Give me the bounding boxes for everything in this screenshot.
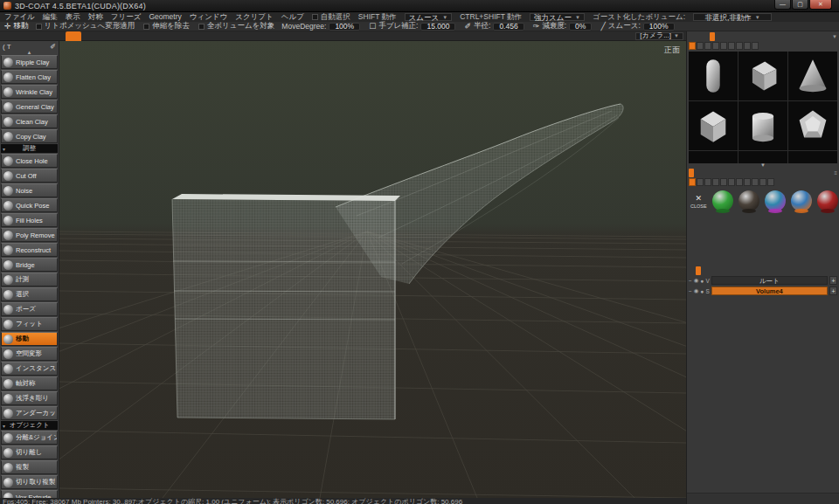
layer-name[interactable]: ルート <box>711 276 828 285</box>
option-checkbox[interactable]: 伸縮を除去 <box>143 21 190 31</box>
voxel-tree-row[interactable]: − ◉ ● S Volume4 + <box>689 286 837 296</box>
add-icon[interactable]: + <box>829 276 837 285</box>
material-category-chip[interactable] <box>712 178 719 186</box>
model-dodecahedron[interactable] <box>788 101 837 150</box>
menu-icon[interactable]: ≡ <box>834 170 837 176</box>
workspace-tab[interactable] <box>18 31 34 41</box>
material-category-chip[interactable] <box>697 178 704 186</box>
option-field[interactable]: ☐ 手ブレ補正: 15.000 <box>369 21 455 31</box>
tool-item[interactable]: Noise <box>1 183 58 197</box>
tool-item[interactable]: Wrinkle Clay <box>1 85 58 99</box>
model-category-chip[interactable] <box>689 42 696 50</box>
maximize-button[interactable]: ▢ <box>792 0 808 10</box>
tool-item[interactable]: 軸対称 <box>1 376 58 390</box>
workspace-tab[interactable] <box>50 31 66 41</box>
tool-item[interactable]: 調整 <box>1 144 58 153</box>
tool-item[interactable]: Cut Off <box>1 169 58 183</box>
tool-item[interactable]: Clean Clay <box>1 114 58 128</box>
tree-tab[interactable] <box>696 266 701 275</box>
tool-item[interactable]: アンダーカット <box>1 406 58 420</box>
add-icon[interactable]: + <box>829 287 837 295</box>
workspace-tab[interactable] <box>3 31 18 41</box>
material-category-chip[interactable] <box>744 178 751 186</box>
material-category-chip[interactable] <box>752 178 759 186</box>
layer-name[interactable]: Volume4 <box>711 287 828 295</box>
ghost-volumes-dropdown[interactable]: 非選択,非動作▼ <box>693 13 772 21</box>
model-cone[interactable] <box>788 52 837 100</box>
voxel-cube-mesh[interactable] <box>172 194 400 419</box>
material-blue-orange[interactable] <box>791 190 812 211</box>
tool-item[interactable]: Reconstruct <box>1 243 58 257</box>
model-category-chip[interactable] <box>744 42 751 50</box>
tool-item[interactable]: フィット <box>1 317 58 331</box>
minimize-button[interactable]: — <box>774 0 791 10</box>
material-tab[interactable] <box>696 169 701 177</box>
ctrl-shift-action-dropdown[interactable]: 強力スムー▼ <box>530 13 585 21</box>
visibility-icon[interactable]: ◉ <box>694 277 699 284</box>
option-value-box[interactable]: 15.000 <box>420 23 455 31</box>
tool-item[interactable]: 分離&ジョイント <box>1 431 58 445</box>
tool-item[interactable]: 選択 <box>1 287 58 301</box>
palette-tab[interactable] <box>696 32 701 41</box>
collapse-icon[interactable]: − <box>689 288 692 294</box>
tool-item[interactable]: Poly Remove <box>1 228 58 242</box>
viewport-3d[interactable]: 正面 <box>59 41 686 498</box>
tool-item[interactable]: 浅浮き彫り <box>1 391 58 405</box>
option-value-box[interactable]: 0.456 <box>493 23 524 31</box>
tool-item[interactable]: 空間変形 <box>1 347 58 361</box>
tool-item[interactable]: 移動 <box>1 332 58 346</box>
visibility-icon[interactable]: ◉ <box>694 287 699 294</box>
checkbox-icon[interactable] <box>198 24 205 30</box>
tool-item[interactable]: 複製 <box>1 460 58 474</box>
close-material-button[interactable]: ✕ CLOSE <box>690 194 707 209</box>
material-dark[interactable] <box>738 190 759 211</box>
model-cube[interactable] <box>689 101 738 150</box>
model-cylinder[interactable] <box>738 101 787 150</box>
tool-item[interactable]: Close Hole <box>1 154 58 168</box>
palette-tab[interactable] <box>703 32 708 41</box>
tool-item[interactable]: Ripple Clay <box>1 55 58 69</box>
tool-item[interactable]: 計測 <box>1 273 58 287</box>
material-category-chip[interactable] <box>767 178 774 186</box>
model-wedge[interactable] <box>689 151 738 163</box>
workspace-tab[interactable] <box>81 31 97 41</box>
model-category-chip[interactable] <box>728 42 735 50</box>
tree-tab[interactable] <box>689 266 694 275</box>
tool-item[interactable]: 切り離し <box>1 445 58 459</box>
model-dome[interactable] <box>738 151 787 163</box>
model-category-chip[interactable] <box>712 42 719 50</box>
material-category-chip[interactable] <box>728 178 735 186</box>
material-category-chip[interactable] <box>720 178 727 186</box>
palette-tab[interactable] <box>689 32 694 41</box>
workspace-tab[interactable] <box>34 31 50 41</box>
model-rock[interactable] <box>788 151 837 163</box>
option-field[interactable]: MoveDegree: 100% <box>281 21 360 31</box>
tool-item[interactable]: オブジェクト <box>1 421 58 430</box>
material-teal-magenta[interactable] <box>765 190 786 211</box>
option-value-box[interactable]: 0% <box>569 23 592 31</box>
tool-item[interactable]: Bridge <box>1 258 58 272</box>
palette-tab[interactable] <box>717 32 722 41</box>
model-category-chip[interactable] <box>736 42 743 50</box>
option-value-box[interactable]: 100% <box>643 23 675 31</box>
material-category-chip[interactable] <box>736 178 743 186</box>
option-field[interactable]: ╱ スムース: 100% <box>600 21 674 31</box>
material-red[interactable] <box>817 190 838 211</box>
close-button[interactable]: ✕ <box>809 0 832 10</box>
tool-item[interactable]: Fill Holes <box>1 213 58 227</box>
tool-item[interactable]: Copy Clay <box>1 129 58 143</box>
model-category-chip[interactable] <box>697 42 704 50</box>
shader-ball-icon[interactable]: ● <box>700 278 704 284</box>
tool-item[interactable]: General Clay <box>1 100 58 114</box>
material-green[interactable] <box>712 190 733 211</box>
tool-item[interactable]: Flatten Clay <box>1 70 58 84</box>
material-category-chip[interactable] <box>689 178 696 186</box>
model-box[interactable] <box>738 52 787 100</box>
chevron-down-icon[interactable]: ▼ <box>832 34 837 39</box>
option-value-box[interactable]: 100% <box>329 23 360 31</box>
shift-action-dropdown[interactable]: スムース▼ <box>405 13 453 21</box>
checkbox-icon[interactable] <box>143 24 149 30</box>
material-category-chip[interactable] <box>704 178 711 186</box>
checkbox-icon[interactable] <box>312 14 318 20</box>
model-category-chip[interactable] <box>720 42 727 50</box>
